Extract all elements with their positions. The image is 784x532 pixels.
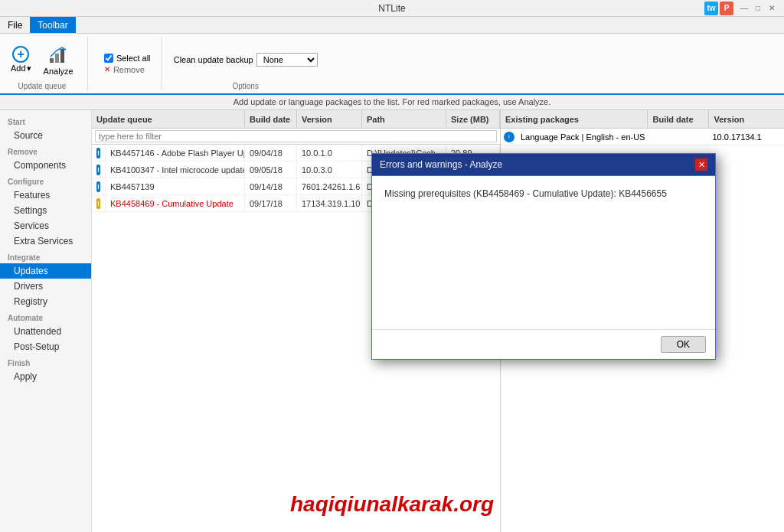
- col-header-name: Update queue: [92, 110, 245, 128]
- row-icon: !: [92, 162, 106, 178]
- clean-backup-select[interactable]: None: [256, 53, 318, 67]
- modal-titlebar: Errors and warnings - Analyze ✕: [372, 154, 715, 176]
- social-links: tw P: [704, 2, 733, 15]
- svg-rect-1: [55, 54, 59, 63]
- svg-rect-2: [60, 49, 64, 63]
- sidebar-item-features[interactable]: Features: [0, 188, 91, 203]
- analyze-label: Analyze: [44, 67, 74, 76]
- ribbon-toolbar: + Add ▾ Analyze: [0, 34, 784, 95]
- modal-message: Missing prerequisites (KB4458469 - Cumul…: [384, 188, 703, 199]
- select-all-label: Select all: [116, 54, 151, 63]
- row-version: 10.0.1.0: [297, 145, 362, 161]
- info-bar: Add update or language packages to the l…: [0, 95, 784, 110]
- menu-file[interactable]: File: [0, 17, 30, 33]
- modal-footer: OK: [372, 329, 715, 359]
- modal-title: Errors and warnings - Analyze: [380, 159, 502, 170]
- ribbon-group-select: Select all ✕ Remove: [100, 37, 162, 90]
- close-button[interactable]: ✕: [766, 2, 778, 15]
- update-icon: !: [96, 165, 100, 175]
- select-all-row: Select all: [104, 54, 151, 63]
- update-queue-header: Update queue Build date Version Path Siz…: [92, 110, 500, 129]
- col-header-pkg: Existing packages: [501, 110, 648, 128]
- sidebar-item-extra-services[interactable]: Extra Services: [0, 233, 91, 249]
- sidebar-item-registry[interactable]: Registry: [0, 294, 91, 309]
- modal-close-button[interactable]: ✕: [695, 158, 707, 171]
- row-name: KB4457139: [106, 178, 245, 194]
- info-message: Add update or language packages to the l…: [234, 97, 551, 106]
- row-icon: !: [92, 195, 106, 211]
- row-icon: !: [92, 178, 106, 194]
- update-icon: !: [96, 148, 100, 158]
- sidebar-item-unattended[interactable]: Unattended: [0, 324, 91, 339]
- minimize-button[interactable]: —: [738, 2, 750, 15]
- add-icon: +: [12, 46, 29, 63]
- menu-bar: File Toolbar: [0, 17, 784, 34]
- sidebar-item-drivers[interactable]: Drivers: [0, 279, 91, 294]
- title-bar: NTLite tw P — □ ✕: [0, 0, 784, 17]
- filter-input[interactable]: [95, 130, 497, 142]
- remove-icon: ✕: [104, 65, 110, 73]
- update-queue-group-label: Update queue: [18, 82, 66, 90]
- sidebar-item-apply[interactable]: Apply: [0, 369, 91, 384]
- maximize-button[interactable]: □: [752, 2, 764, 15]
- col-header-build2: Build date: [648, 110, 709, 128]
- col-header-ver2: Version: [709, 110, 784, 128]
- existing-packages-header: Existing packages Build date Version Rel…: [501, 110, 784, 129]
- add-label: Add: [11, 64, 26, 73]
- col-header-path: Path: [362, 110, 446, 128]
- ribbon-group-update-queue: + Add ▾ Analyze: [6, 37, 88, 90]
- ribbon-options-content: Clean update backup None: [174, 37, 318, 82]
- sidebar-section-start: Start: [0, 113, 91, 128]
- sidebar-item-source[interactable]: Source: [0, 128, 91, 143]
- add-button[interactable]: + Add ▾: [6, 43, 36, 77]
- sidebar-item-settings[interactable]: Settings: [0, 203, 91, 218]
- pkg-icon: i: [504, 132, 514, 142]
- sidebar-item-post-setup[interactable]: Post-Setup: [0, 339, 91, 354]
- row-version: 7601.24261.1.6: [297, 178, 362, 194]
- modal-ok-button[interactable]: OK: [661, 336, 706, 353]
- sidebar-section-finish: Finish: [0, 354, 91, 369]
- row-name: KB4457146 - Adobe Flash Player Update: [106, 145, 245, 161]
- sidebar-section-configure: Configure: [0, 173, 91, 188]
- options-group-label: Options: [232, 82, 258, 90]
- row-build: 09/17/18: [245, 195, 297, 211]
- window-controls: — □ ✕: [738, 2, 778, 15]
- update-icon: !: [96, 181, 100, 192]
- ribbon-group-options: Clean update backup None Options: [174, 37, 327, 90]
- window-title: NTLite: [378, 3, 405, 14]
- sidebar-item-components[interactable]: Components: [0, 158, 91, 173]
- sidebar: Start Source Remove Components Configure…: [0, 110, 92, 532]
- modal-body: Missing prerequisites (KB4458469 - Cumul…: [372, 176, 715, 329]
- svg-rect-0: [50, 58, 54, 63]
- row-name: KB4458469 - Cumulative Update: [106, 195, 245, 211]
- pkg-version: 10.0.17134.1: [709, 132, 784, 142]
- menu-toolbar[interactable]: Toolbar: [30, 17, 75, 33]
- table-row[interactable]: i Language Pack | English - en-US 10.0.1…: [501, 129, 784, 145]
- analyze-button[interactable]: Analyze: [39, 41, 78, 79]
- add-dropdown-arrow: ▾: [27, 64, 31, 73]
- col-header-version: Version: [297, 110, 362, 128]
- analyze-icon: [47, 44, 69, 65]
- row-build: 09/05/18: [245, 162, 297, 178]
- clean-backup-row: Clean update backup None: [174, 53, 318, 67]
- row-icon: !: [92, 145, 106, 161]
- select-all-checkbox[interactable]: [104, 54, 113, 63]
- remove-label[interactable]: Remove: [113, 65, 145, 74]
- sidebar-section-integrate: Integrate: [0, 249, 91, 263]
- twitter-icon[interactable]: tw: [704, 2, 718, 15]
- sidebar-item-services[interactable]: Services: [0, 218, 91, 233]
- warning-icon: !: [96, 198, 100, 209]
- filter-row: [92, 129, 500, 145]
- row-version: 10.0.3.0: [297, 162, 362, 178]
- sidebar-section-remove: Remove: [0, 143, 91, 158]
- modal-errors-warnings: Errors and warnings - Analyze ✕ Missing …: [371, 153, 716, 360]
- sidebar-item-updates[interactable]: Updates: [0, 263, 91, 279]
- patreon-icon[interactable]: P: [720, 2, 733, 15]
- pkg-name: Language Pack | English - en-US: [518, 132, 648, 142]
- ribbon-select-options: Select all ✕ Remove: [104, 37, 151, 90]
- col-header-size: Size (MB): [446, 110, 500, 128]
- sidebar-section-automate: Automate: [0, 309, 91, 324]
- row-name: KB4100347 - Intel microcode updates: [106, 162, 245, 178]
- ribbon-buttons-left: + Add ▾ Analyze: [6, 37, 78, 82]
- clean-label: Clean update backup: [174, 55, 253, 64]
